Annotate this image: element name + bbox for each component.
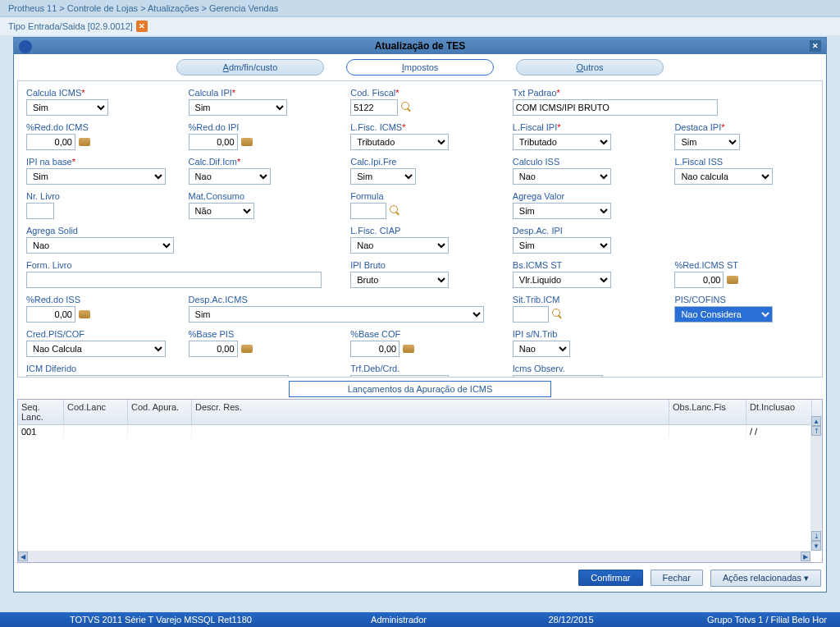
lbl-form-livro: Form. Livro (26, 260, 327, 270)
destaca-ipi-select[interactable]: Sim (674, 134, 740, 150)
lbl-pis-cofins: PIS/COFINS (674, 295, 814, 304)
status-branch: Grupo Totvs 1 / Filial Belo Hor (653, 615, 827, 625)
form-livro-input[interactable] (26, 272, 322, 288)
lbl-desp-ac-ipi: Desp.Ac. IPI (513, 226, 652, 236)
calc-dif-icm-select[interactable]: Nao (189, 168, 271, 185)
tes-dialog: Atualização de TES ✕ Adm/fin/custo Impos… (13, 37, 827, 593)
col-obs-lanc-fis[interactable]: Obs.Lanc.Fis (669, 400, 746, 424)
agrega-solid-select[interactable]: Nao (26, 237, 174, 254)
desp-ac-icms-select[interactable]: Sim (189, 306, 484, 323)
calc-icon[interactable] (79, 138, 90, 146)
ipi-sn-trib-select[interactable]: Nao (513, 341, 570, 357)
red-ipi-input[interactable] (189, 134, 238, 150)
icm-diferido-select[interactable]: Nao Diferido (26, 375, 289, 378)
tab-outros[interactable]: Outros (516, 59, 664, 76)
lfiscal-ipi-select[interactable]: Tributado (513, 134, 611, 150)
red-icms-st-input[interactable] (674, 272, 724, 288)
col-descr-res[interactable]: Descr. Res. (192, 400, 669, 424)
calc-ipi-fre-select[interactable]: Sim (350, 168, 416, 185)
lbl-bs-icms-st: Bs.ICMS ST (513, 260, 652, 270)
horizontal-scrollbar[interactable]: ◀ ▶ (18, 551, 810, 562)
form-tabs: Adm/fin/custo Impostos Outros (14, 54, 826, 77)
scroll-right-icon[interactable]: ▶ (801, 551, 810, 561)
base-cof-input[interactable] (350, 341, 399, 357)
acoes-relacionadas-button[interactable]: Ações relacionadas ▾ (710, 570, 821, 587)
formula-input[interactable] (350, 203, 386, 219)
lbl-calcula-icms: Calcula ICMS (26, 88, 166, 98)
icms-observ-select[interactable] (513, 375, 603, 378)
calc-icon[interactable] (241, 138, 253, 146)
lbl-base-cof: %Base COF (350, 329, 490, 339)
vertical-scrollbar[interactable]: ▲ ⤒ ⤓ ▼ (810, 416, 822, 551)
sit-trib-icm-input[interactable] (513, 306, 549, 323)
pis-cofins-select[interactable]: Nao Considera (674, 306, 773, 323)
cod-fiscal-input[interactable] (350, 99, 398, 116)
lbl-lfiscal-ipi: L.Fiscal IPI (513, 122, 652, 132)
lbl-nr-livro: Nr. Livro (26, 191, 166, 201)
scroll-up-icon[interactable]: ▲ (811, 416, 821, 426)
ipi-bruto-select[interactable]: Bruto (350, 272, 449, 288)
tab-lancamentos-apuracao-icms[interactable]: Lançamentos da Apuração de ICMS (289, 381, 551, 397)
calc-icon[interactable] (241, 345, 253, 353)
lbl-ipi-sn-trib: IPI s/N.Trib (513, 329, 652, 339)
lbl-cred-pis-cof: Cred.PIS/COF (26, 329, 166, 339)
lbl-cod-fiscal: Cod. Fiscal (350, 88, 490, 98)
red-iss-input[interactable] (26, 306, 75, 323)
back-icon[interactable] (19, 40, 32, 53)
lfisc-ciap-select[interactable]: Nao (350, 237, 449, 254)
nr-livro-input[interactable] (26, 203, 54, 219)
col-dt-inclusao[interactable]: Dt.Inclusao (746, 400, 812, 424)
scroll-top-icon[interactable]: ⤒ (811, 426, 821, 436)
lbl-red-icms: %Red.do ICMS (26, 122, 166, 132)
window-title: Atualização de TES (375, 40, 466, 52)
statusbar: TOTVS 2011 Série T Varejo MSSQL Ret1180 … (0, 612, 840, 627)
mat-consumo-select[interactable]: Não (189, 203, 254, 219)
grid-header: Seq. Lanc. Cod.Lanc Cod. Apura. Descr. R… (18, 400, 822, 425)
lfiscal-iss-select[interactable]: Nao calcula (674, 168, 773, 185)
col-seq-lanc[interactable]: Seq. Lanc. (18, 400, 64, 424)
calcula-icms-select[interactable]: Sim (26, 99, 108, 116)
calc-icon[interactable] (79, 310, 90, 318)
lbl-red-icms-st: %Red.ICMS ST (674, 260, 814, 270)
lbl-ipi-bruto: IPI Bruto (350, 260, 490, 270)
scroll-left-icon[interactable]: ◀ (18, 551, 28, 561)
calculo-iss-select[interactable]: Nao (513, 168, 611, 185)
lbl-lfisc-ciap: L.Fisc. CIAP (350, 226, 490, 236)
red-icms-input[interactable] (26, 134, 75, 150)
ipi-base-select[interactable]: Sim (26, 168, 166, 185)
lbl-agrega-solid: Agrega Solid (26, 226, 327, 236)
bs-icms-st-select[interactable]: Vlr.Liquido (513, 272, 611, 288)
lfisc-icms-select[interactable]: Tributado (350, 134, 449, 150)
calcula-ipi-select[interactable]: Sim (189, 99, 287, 116)
col-cod-lanc[interactable]: Cod.Lanc (64, 400, 128, 424)
calc-icon[interactable] (727, 276, 738, 284)
tab-impostos[interactable]: Impostos (346, 59, 494, 76)
base-pis-input[interactable] (189, 341, 238, 357)
document-tab-label[interactable]: Tipo Entrada/Saida [02.9.0012] (8, 21, 133, 31)
lbl-mat-consumo: Mat.Consumo (189, 191, 328, 201)
sit-trib-lookup-icon[interactable] (552, 309, 564, 320)
cod-fiscal-lookup-icon[interactable] (401, 102, 413, 113)
table-row[interactable]: 001 / / (18, 425, 822, 438)
lbl-red-iss: %Red.do ISS (26, 295, 166, 304)
lbl-agrega-valor: Agrega Valor (513, 191, 652, 201)
dialog-buttons: Confirmar Fechar Ações relacionadas ▾ (14, 566, 826, 592)
confirmar-button[interactable]: Confirmar (578, 570, 642, 586)
agrega-valor-select[interactable]: Sim (513, 203, 611, 219)
txt-padrao-input[interactable] (513, 99, 718, 116)
lbl-lfiscal-iss: L.Fiscal ISS (674, 157, 814, 167)
fechar-button[interactable]: Fechar (651, 570, 703, 586)
close-window-icon[interactable]: ✕ (810, 40, 821, 52)
close-tab-icon[interactable]: ✕ (136, 21, 148, 32)
lbl-trf-deb-crd: Trf.Deb/Crd. (350, 364, 490, 373)
scroll-bottom-icon[interactable]: ⤓ (811, 531, 821, 541)
lbl-calcula-ipi: Calcula IPI (189, 88, 328, 98)
tab-adm-fin-custo[interactable]: Adm/fin/custo (176, 59, 324, 76)
trf-deb-crd-select[interactable]: Nao (350, 375, 449, 378)
formula-lookup-icon[interactable] (390, 205, 401, 217)
desp-ac-ipi-select[interactable]: Sim (513, 237, 611, 254)
calc-icon[interactable] (403, 345, 414, 353)
scroll-down-icon[interactable]: ▼ (811, 541, 821, 551)
col-cod-apura[interactable]: Cod. Apura. (128, 400, 192, 424)
cred-pis-cof-select[interactable]: Nao Calcula (26, 341, 166, 357)
